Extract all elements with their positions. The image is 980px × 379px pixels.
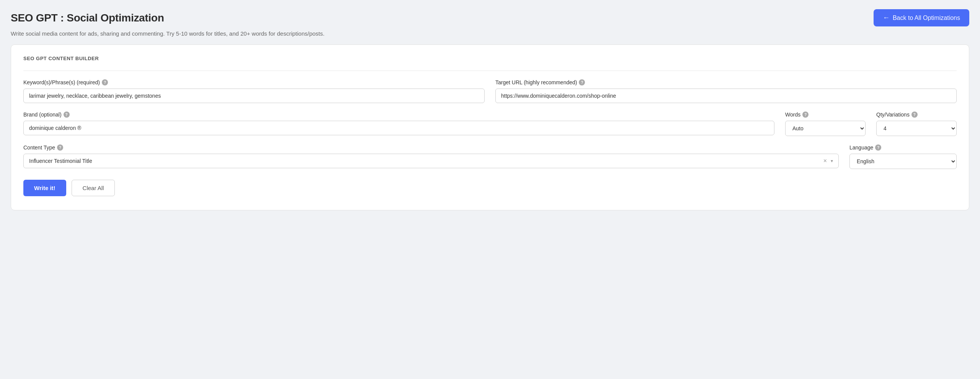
target-url-group: Target URL (highly recommended) ? (495, 79, 957, 103)
keywords-label: Keyword(s)/Phrase(s) (required) ? (23, 79, 485, 85)
keywords-input[interactable] (23, 89, 485, 103)
qty-label: Qty/Variations ? (876, 112, 957, 118)
content-type-select-wrapper[interactable]: Influencer Testimonial Title × ▾ (23, 154, 839, 168)
target-url-help-icon[interactable]: ? (579, 79, 585, 85)
page-header: SEO GPT : Social Optimization ← Back to … (11, 9, 969, 26)
words-label: Words ? (785, 112, 866, 118)
section-title: SEO GPT CONTENT BUILDER (23, 56, 957, 61)
section-divider (23, 71, 957, 71)
words-select[interactable]: Auto 5 10 15 20 25 30 (785, 121, 866, 136)
content-type-group: Content Type ? Influencer Testimonial Ti… (23, 144, 839, 169)
language-group: Language ? English Spanish French German… (849, 144, 957, 169)
content-type-label: Content Type ? (23, 144, 839, 151)
qty-select[interactable]: 1 2 3 4 5 6 7 8 (876, 121, 957, 136)
form-row-1: Keyword(s)/Phrase(s) (required) ? Target… (23, 79, 957, 103)
qty-help-icon[interactable]: ? (911, 112, 918, 118)
target-url-input[interactable] (495, 89, 957, 103)
back-button[interactable]: ← Back to All Optimizations (874, 9, 969, 26)
content-type-clear-icon[interactable]: × (821, 158, 829, 164)
target-url-label: Target URL (highly recommended) ? (495, 79, 957, 85)
content-type-help-icon[interactable]: ? (57, 144, 63, 151)
language-label: Language ? (849, 144, 957, 151)
qty-group: Qty/Variations ? 1 2 3 4 5 6 7 8 (876, 112, 957, 136)
words-help-icon[interactable]: ? (802, 112, 808, 118)
write-button[interactable]: Write it! (23, 180, 66, 196)
action-buttons-row: Write it! Clear All (23, 180, 957, 196)
back-button-label: Back to All Optimizations (893, 15, 960, 21)
brand-group: Brand (optional) ? (23, 112, 774, 136)
language-help-icon[interactable]: ? (875, 144, 881, 151)
keywords-group: Keyword(s)/Phrase(s) (required) ? (23, 79, 485, 103)
brand-input[interactable] (23, 121, 774, 135)
content-type-value: Influencer Testimonial Title (29, 154, 821, 168)
clear-all-button[interactable]: Clear All (72, 180, 115, 196)
words-group: Words ? Auto 5 10 15 20 25 30 (785, 112, 866, 136)
form-row-2: Brand (optional) ? Words ? Auto 5 10 15 … (23, 112, 957, 136)
brand-label: Brand (optional) ? (23, 112, 774, 118)
page-title: SEO GPT : Social Optimization (11, 12, 164, 24)
back-arrow-icon: ← (883, 14, 890, 22)
content-builder-card: SEO GPT CONTENT BUILDER Keyword(s)/Phras… (11, 44, 969, 210)
form-row-3: Content Type ? Influencer Testimonial Ti… (23, 144, 957, 169)
keywords-help-icon[interactable]: ? (102, 79, 108, 85)
page-subtitle: Write social media content for ads, shar… (11, 30, 969, 37)
language-select[interactable]: English Spanish French German Italian Po… (849, 154, 957, 169)
content-type-dropdown-icon[interactable]: ▾ (829, 158, 835, 164)
brand-help-icon[interactable]: ? (64, 112, 70, 118)
